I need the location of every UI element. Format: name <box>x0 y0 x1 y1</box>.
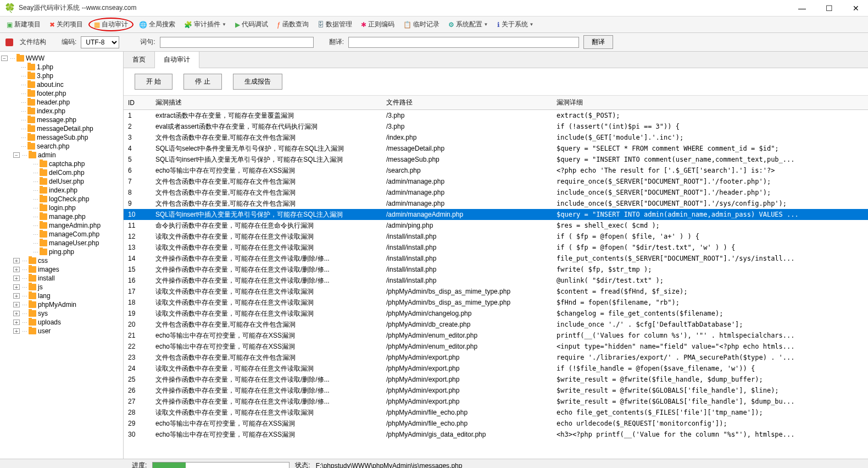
tab-bar: 首页 自动审计 <box>124 52 868 68</box>
tab-auto-audit[interactable]: 自动审计 <box>155 52 199 68</box>
table-row[interactable]: 29echo等输出中存在可控变量，可能存在XSS漏洞/phpMyAdmin/fi… <box>124 418 868 429</box>
tree-file[interactable]: ⋯index.php <box>1 107 122 115</box>
col-desc[interactable]: 漏洞描述 <box>151 96 382 110</box>
tree-folder[interactable]: +⋯lang <box>1 291 122 300</box>
table-row[interactable]: 15文件操作函数中存在变量，可能存在任意文件读取/删除/修.../install… <box>124 264 868 275</box>
results-table-wrap[interactable]: ID 漏洞描述 文件路径 漏洞详细 1extract函数中存在变量，可能存在变量… <box>124 95 868 459</box>
tree-file[interactable]: ⋯login.php <box>1 203 122 212</box>
seq-input[interactable] <box>160 37 314 48</box>
tree-file[interactable]: ⋯1.php <box>1 63 122 71</box>
progress-label: 进度: <box>132 461 147 468</box>
table-row[interactable]: 19读取文件函数中存在变量，可能存在任意文件读取漏洞/phpMyAdmin/ch… <box>124 308 868 319</box>
main-area: −⋯WWW ⋯1.php⋯3.php⋯about.inc⋯footer.php⋯… <box>0 52 868 459</box>
table-row[interactable]: 22echo等输出中存在可控变量，可能存在XSS漏洞/phpMyAdmin/en… <box>124 341 868 352</box>
table-row[interactable]: 18读取文件函数中存在变量，可能存在任意文件读取漏洞/phpMyAdmin/bs… <box>124 297 868 308</box>
table-row[interactable]: 28读取文件函数中存在变量，可能存在任意文件读取漏洞/phpMyAdmin/fi… <box>124 407 868 418</box>
table-row[interactable]: 11命令执行函数中存在变量，可能存在任意命令执行漏洞/admin/ping.ph… <box>124 220 868 231</box>
search-bar: 文件结构 编码: UTF-8 词句: 翻译: 翻译 <box>0 33 868 52</box>
code-debug-button[interactable]: ▶代码调试 <box>232 18 271 31</box>
close-button[interactable]: ✕ <box>848 4 864 13</box>
tree-folder[interactable]: +⋯install <box>1 274 122 283</box>
tree-root[interactable]: −⋯WWW <box>1 54 122 63</box>
statusbar: 进度: 状态: F:\phpstudy\WWW\phpMyAdmin\js\me… <box>0 459 868 468</box>
tree-folder[interactable]: +⋯js <box>1 283 122 291</box>
table-row[interactable]: 4SQL语句select中条件变量无单引号保护，可能存在SQL注入漏洞/mess… <box>124 143 868 154</box>
tree-folder[interactable]: +⋯uploads <box>1 318 122 327</box>
encoding-select[interactable]: UTF-8 <box>81 36 119 48</box>
new-project-button[interactable]: ▣新建项目 <box>3 18 44 31</box>
table-row[interactable]: 16文件操作函数中存在变量，可能存在任意文件读取/删除/修.../install… <box>124 275 868 286</box>
tree-folder-admin[interactable]: −⋯admin <box>1 151 122 159</box>
tree-file[interactable]: ⋯delUser.php <box>1 177 122 186</box>
minimize-button[interactable]: — <box>794 4 810 13</box>
tree-file[interactable]: ⋯footer.php <box>1 89 122 98</box>
table-row[interactable]: 17读取文件函数中存在变量，可能存在任意文件读取漏洞/phpMyAdmin/bs… <box>124 286 868 297</box>
func-query-button[interactable]: ƒ函数查询 <box>274 18 312 31</box>
about-button[interactable]: ℹ关于系统▼ <box>494 18 537 31</box>
data-manage-button[interactable]: 🗄数据管理 <box>314 18 355 31</box>
tree-file[interactable]: ⋯messageDetail.php <box>1 124 122 133</box>
encoding-label: 编码: <box>62 37 76 47</box>
table-row[interactable]: 9文件包含函数中存在变量,可能存在文件包含漏洞/admin/manage.php… <box>124 198 868 209</box>
table-row[interactable]: 2eval或者assert函数中存在变量，可能存在代码执行漏洞/3.phpif … <box>124 121 868 132</box>
tree-file[interactable]: ⋯mangeAdmin.php <box>1 221 122 230</box>
table-row[interactable]: 7文件包含函数中存在变量,可能存在文件包含漏洞/admin/manage.php… <box>124 176 868 187</box>
file-tree[interactable]: −⋯WWW ⋯1.php⋯3.php⋯about.inc⋯footer.php⋯… <box>0 52 124 459</box>
tree-folder[interactable]: +⋯images <box>1 265 122 274</box>
auto-audit-button[interactable]: ▦自动审计 <box>88 18 133 31</box>
table-row[interactable]: 26文件操作函数中存在变量，可能存在任意文件读取/删除/修.../phpMyAd… <box>124 385 868 396</box>
col-id[interactable]: ID <box>124 96 151 110</box>
table-row[interactable]: 27文件操作函数中存在变量，可能存在任意文件读取/删除/修.../phpMyAd… <box>124 396 868 407</box>
table-row[interactable]: 23文件包含函数中存在变量,可能存在文件包含漏洞/phpMyAdmin/expo… <box>124 352 868 363</box>
stop-button[interactable]: 停 止 <box>183 74 221 90</box>
close-project-button[interactable]: ✖关闭项目 <box>46 18 86 31</box>
tree-file[interactable]: ⋯manageUser.php <box>1 239 122 247</box>
maximize-button[interactable]: ☐ <box>821 4 837 13</box>
tree-file[interactable]: ⋯delCom.php <box>1 168 122 177</box>
table-row[interactable]: 25文件操作函数中存在变量，可能存在任意文件读取/删除/修.../phpMyAd… <box>124 374 868 385</box>
progress-bar <box>152 462 290 469</box>
col-path[interactable]: 文件路径 <box>382 96 552 110</box>
table-row[interactable]: 3文件包含函数中存在变量,可能存在文件包含漏洞/index.phpinclude… <box>124 132 868 143</box>
table-row[interactable]: 30echo等输出中存在可控变量，可能存在XSS漏洞/phpMyAdmin/gi… <box>124 429 868 440</box>
tree-file[interactable]: ⋯manage.php <box>1 212 122 221</box>
tree-folder[interactable]: +⋯css <box>1 256 122 265</box>
table-row[interactable]: 24读取文件函数中存在变量，可能存在任意文件读取漏洞/phpMyAdmin/ex… <box>124 363 868 374</box>
table-row[interactable]: 12读取文件函数中存在变量，可能存在任意文件读取漏洞/install/insta… <box>124 231 868 242</box>
tree-folder[interactable]: +⋯user <box>1 327 122 335</box>
tree-file[interactable]: ⋯header.php <box>1 98 122 107</box>
tree-folder[interactable]: +⋯phpMyAdmin <box>1 300 122 309</box>
tree-file[interactable]: ⋯3.php <box>1 71 122 80</box>
start-button[interactable]: 开 始 <box>135 74 173 90</box>
seq-label: 词句: <box>140 37 155 47</box>
tree-file[interactable]: ⋯ping.php <box>1 247 122 256</box>
temp-record-button[interactable]: 📋临时记录 <box>400 18 443 31</box>
tree-file[interactable]: ⋯index.php <box>1 186 122 195</box>
tab-home[interactable]: 首页 <box>124 52 155 68</box>
tree-file[interactable]: ⋯captcha.php <box>1 159 122 168</box>
global-search-button[interactable]: 🌐全局搜索 <box>136 18 179 31</box>
translate-button[interactable]: 翻译 <box>583 35 613 49</box>
regex-encode-button[interactable]: ✱正则编码 <box>358 18 398 31</box>
audit-plugin-button[interactable]: 🧩审计插件▼ <box>181 18 230 31</box>
table-row[interactable]: 21echo等输出中存在可控变量，可能存在XSS漏洞/phpMyAdmin/en… <box>124 330 868 341</box>
table-row[interactable]: 13读取文件函数中存在变量，可能存在任意文件读取漏洞/install/insta… <box>124 242 868 253</box>
col-detail[interactable]: 漏洞详细 <box>552 96 868 110</box>
table-row[interactable]: 20文件包含函数中存在变量,可能存在文件包含漏洞/phpMyAdmin/db_c… <box>124 319 868 330</box>
tree-file[interactable]: ⋯message.php <box>1 115 122 124</box>
report-button[interactable]: 生成报告 <box>233 74 282 90</box>
table-row[interactable]: 10SQL语句insert中插入变量无单引号保护，可能存在SQL注入漏洞/adm… <box>124 209 868 220</box>
tree-file[interactable]: ⋯search.php <box>1 142 122 151</box>
tree-file[interactable]: ⋯manageCom.php <box>1 230 122 239</box>
table-row[interactable]: 14文件操作函数中存在变量，可能存在任意文件读取/删除/修.../install… <box>124 253 868 264</box>
tree-file[interactable]: ⋯messageSub.php <box>1 133 122 142</box>
tree-file[interactable]: ⋯logCheck.php <box>1 195 122 203</box>
trans-input[interactable] <box>348 37 579 48</box>
table-row[interactable]: 6echo等输出中存在可控变量，可能存在XSS漏洞/search.php<?ph… <box>124 165 868 176</box>
table-row[interactable]: 5SQL语句insert中插入变量无单引号保护，可能存在SQL注入漏洞/mess… <box>124 154 868 165</box>
sys-config-button[interactable]: ⚙系统配置▼ <box>445 18 492 31</box>
table-row[interactable]: 8文件包含函数中存在变量,可能存在文件包含漏洞/admin/manage.php… <box>124 187 868 198</box>
tree-folder[interactable]: +⋯sys <box>1 309 122 318</box>
table-row[interactable]: 1extract函数中存在变量，可能存在变量覆盖漏洞/3.phpextract(… <box>124 110 868 122</box>
tree-file[interactable]: ⋯about.inc <box>1 80 122 89</box>
